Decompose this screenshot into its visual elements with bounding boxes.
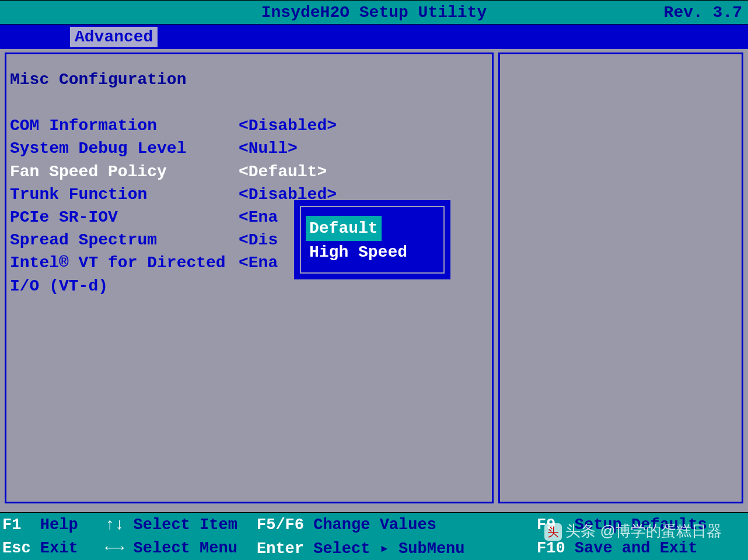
title-bar: InsydeH2O Setup Utility Rev. 3.7 [0, 0, 748, 24]
label-save-exit: Save and Exit [575, 540, 698, 557]
setting-value: <Default> [239, 160, 327, 183]
setting-value: <Null> [239, 137, 298, 160]
setting-label: Spread Spectrum [10, 229, 239, 251]
setting-value: <Dis [239, 229, 278, 251]
watermark-icon: 头 [544, 523, 562, 541]
label-select-menu: Select Menu [134, 540, 237, 557]
key-enter: Enter [257, 540, 304, 558]
tab-bar: Advanced [0, 24, 748, 49]
setting-value: <Ena [239, 251, 278, 274]
setting-label: COM Information [10, 114, 239, 137]
settings-panel: Misc Configuration COM Information <Disa… [5, 52, 494, 503]
setting-label: System Debug Level [10, 137, 239, 160]
setting-system-debug-level[interactable]: System Debug Level <Null> [10, 137, 488, 160]
watermark: 头头条 @博学的蛋糕日器 [544, 521, 722, 541]
option-popup-inner: Default High Speed [300, 206, 445, 274]
setting-label: PCIe SR-IOV [10, 206, 239, 229]
popup-option-high-speed[interactable]: High Speed [306, 242, 411, 262]
setting-label: Fan Speed Policy [10, 160, 239, 183]
revision-label: Rev. 3.7 [664, 4, 742, 22]
setting-fan-speed-policy[interactable]: Fan Speed Policy <Default> [10, 160, 488, 183]
app-title: InsydeH2O Setup Utility [261, 4, 487, 22]
setting-label: Intel® VT for Directed [10, 251, 239, 274]
setting-label: I/O (VT-d) [10, 275, 239, 298]
setting-com-information[interactable]: COM Information <Disabled> [10, 114, 488, 137]
help-panel [498, 52, 743, 503]
tab-advanced[interactable]: Advanced [70, 27, 158, 47]
watermark-text: 头条 @博学的蛋糕日器 [565, 522, 722, 540]
section-title: Misc Configuration [10, 68, 488, 91]
setting-value: <Ena [239, 206, 278, 229]
label-change-values: Change Values [313, 516, 436, 534]
main-area: Misc Configuration COM Information <Disa… [0, 49, 748, 507]
label-select-submenu: Select ▸ SubMenu [313, 540, 464, 558]
popup-option-default[interactable]: Default [306, 216, 382, 241]
key-leftright: ←→ [105, 540, 124, 557]
label-select-item: Select Item [134, 516, 237, 534]
label-exit: Exit [40, 540, 78, 557]
option-popup: Default High Speed [294, 200, 450, 279]
label-help: Help [40, 516, 78, 534]
setting-value: <Disabled> [239, 114, 337, 137]
key-updown: ↑↓ [105, 516, 124, 534]
key-f10: F10 [537, 540, 565, 557]
key-esc: Esc [2, 540, 31, 557]
key-f5f6: F5/F6 [257, 516, 304, 534]
setting-label: Trunk Function [10, 183, 239, 206]
key-f1: F1 [2, 516, 21, 534]
